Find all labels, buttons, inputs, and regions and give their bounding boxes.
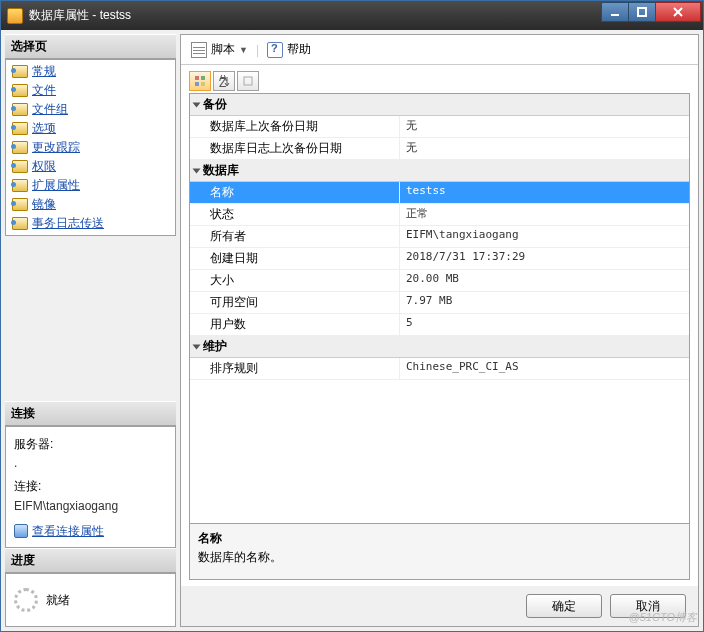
- minimize-button[interactable]: [601, 2, 629, 22]
- dialog-window: 数据库属性 - testss 选择页 常规文件文件组选项更改跟踪权限扩展属性镜像…: [0, 0, 704, 632]
- window-title: 数据库属性 - testss: [29, 7, 602, 24]
- close-button[interactable]: [655, 2, 701, 22]
- nav-item[interactable]: 权限: [6, 157, 175, 176]
- category-label: 维护: [203, 338, 227, 355]
- property-row[interactable]: 状态正常: [190, 204, 689, 226]
- property-row[interactable]: 所有者EIFM\tangxiaogang: [190, 226, 689, 248]
- categorized-button[interactable]: [189, 71, 211, 91]
- progress-panel: 就绪: [5, 573, 176, 627]
- property-value: 20.00 MB: [400, 270, 689, 291]
- grid-toolbar: AZ: [189, 71, 690, 91]
- nav-label: 镜像: [32, 196, 56, 213]
- category-header[interactable]: 数据库: [190, 160, 689, 182]
- nav-item[interactable]: 更改跟踪: [6, 138, 175, 157]
- desc-body: 数据库的名称。: [198, 549, 681, 566]
- server-value: .: [14, 454, 167, 473]
- property-value: 无: [400, 116, 689, 137]
- app-icon: [7, 8, 23, 24]
- property-value: 正常: [400, 204, 689, 225]
- page-icon: [12, 84, 28, 97]
- property-name: 名称: [190, 182, 400, 203]
- property-name: 创建日期: [190, 248, 400, 269]
- property-pages-button[interactable]: [237, 71, 259, 91]
- nav-label: 权限: [32, 158, 56, 175]
- nav-label: 文件: [32, 82, 56, 99]
- spinner-icon: [14, 588, 38, 612]
- property-name: 用户数: [190, 314, 400, 335]
- svg-rect-7: [201, 82, 205, 86]
- progress-heading: 进度: [5, 548, 176, 573]
- nav-item[interactable]: 扩展属性: [6, 176, 175, 195]
- nav-label: 文件组: [32, 101, 68, 118]
- help-button[interactable]: 帮助: [263, 39, 315, 60]
- nav-label: 常规: [32, 63, 56, 80]
- nav-item[interactable]: 文件: [6, 81, 175, 100]
- page-icon: [12, 198, 28, 211]
- script-label: 脚本: [211, 41, 235, 58]
- toolbar: 脚本 ▼ | 帮助: [181, 35, 698, 65]
- nav-label: 更改跟踪: [32, 139, 80, 156]
- view-connection-link[interactable]: 查看连接属性: [32, 522, 104, 541]
- right-column: 脚本 ▼ | 帮助 AZ 备份数据库上次备份日期无数据库日志上次备份日期无数据库…: [180, 34, 699, 627]
- property-row[interactable]: 排序规则Chinese_PRC_CI_AS: [190, 358, 689, 380]
- svg-rect-6: [195, 82, 199, 86]
- left-column: 选择页 常规文件文件组选项更改跟踪权限扩展属性镜像事务日志传送 连接 服务器: …: [5, 34, 176, 627]
- svg-text:Z: Z: [219, 76, 226, 87]
- property-row[interactable]: 可用空间7.97 MB: [190, 292, 689, 314]
- category-label: 数据库: [203, 162, 239, 179]
- property-name: 状态: [190, 204, 400, 225]
- category-header[interactable]: 维护: [190, 336, 689, 358]
- property-name: 大小: [190, 270, 400, 291]
- dialog-body: 选择页 常规文件文件组选项更改跟踪权限扩展属性镜像事务日志传送 连接 服务器: …: [1, 30, 703, 631]
- titlebar[interactable]: 数据库属性 - testss: [1, 1, 703, 30]
- category-header[interactable]: 备份: [190, 94, 689, 116]
- dropdown-icon: ▼: [239, 45, 248, 55]
- nav-label: 事务日志传送: [32, 215, 104, 232]
- property-name: 数据库日志上次备份日期: [190, 138, 400, 159]
- nav-label: 选项: [32, 120, 56, 137]
- nav-item[interactable]: 文件组: [6, 100, 175, 119]
- help-icon: [267, 42, 283, 58]
- property-row[interactable]: 数据库上次备份日期无: [190, 116, 689, 138]
- maximize-button[interactable]: [628, 2, 656, 22]
- nav-item[interactable]: 镜像: [6, 195, 175, 214]
- nav-item[interactable]: 选项: [6, 119, 175, 138]
- property-row[interactable]: 创建日期2018/7/31 17:37:29: [190, 248, 689, 270]
- property-value: 5: [400, 314, 689, 335]
- category-label: 备份: [203, 96, 227, 113]
- property-area: AZ 备份数据库上次备份日期无数据库日志上次备份日期无数据库名称testss状态…: [181, 65, 698, 586]
- property-value: testss: [400, 182, 689, 203]
- collapse-icon: [193, 102, 201, 107]
- property-row[interactable]: 数据库日志上次备份日期无: [190, 138, 689, 160]
- property-name: 所有者: [190, 226, 400, 247]
- page-icon: [12, 217, 28, 230]
- nav-item[interactable]: 事务日志传送: [6, 214, 175, 233]
- script-icon: [191, 42, 207, 58]
- property-row[interactable]: 用户数5: [190, 314, 689, 336]
- help-label: 帮助: [287, 41, 311, 58]
- ok-button[interactable]: 确定: [526, 594, 602, 618]
- svg-rect-11: [244, 77, 252, 85]
- property-name: 数据库上次备份日期: [190, 116, 400, 137]
- script-button[interactable]: 脚本 ▼: [187, 39, 252, 60]
- svg-rect-4: [195, 76, 199, 80]
- connection-value: EIFM\tangxiaogang: [14, 497, 167, 516]
- property-description: 名称 数据库的名称。: [189, 524, 690, 580]
- property-value: EIFM\tangxiaogang: [400, 226, 689, 247]
- collapse-icon: [193, 168, 201, 173]
- button-bar: 确定 取消: [181, 586, 698, 626]
- page-icon: [12, 141, 28, 154]
- page-nav-list: 常规文件文件组选项更改跟踪权限扩展属性镜像事务日志传送: [5, 59, 176, 236]
- svg-rect-1: [638, 8, 646, 16]
- alphabetical-button[interactable]: AZ: [213, 71, 235, 91]
- progress-status: 就绪: [46, 592, 70, 609]
- connection-panel: 服务器: . 连接: EIFM\tangxiaogang 查看连接属性: [5, 426, 176, 548]
- property-row[interactable]: 大小20.00 MB: [190, 270, 689, 292]
- connection-heading: 连接: [5, 401, 176, 426]
- nav-item[interactable]: 常规: [6, 62, 175, 81]
- collapse-icon: [193, 344, 201, 349]
- property-grid[interactable]: 备份数据库上次备份日期无数据库日志上次备份日期无数据库名称testss状态正常所…: [189, 93, 690, 524]
- property-value: 7.97 MB: [400, 292, 689, 313]
- property-row[interactable]: 名称testss: [190, 182, 689, 204]
- link-icon: [14, 524, 28, 538]
